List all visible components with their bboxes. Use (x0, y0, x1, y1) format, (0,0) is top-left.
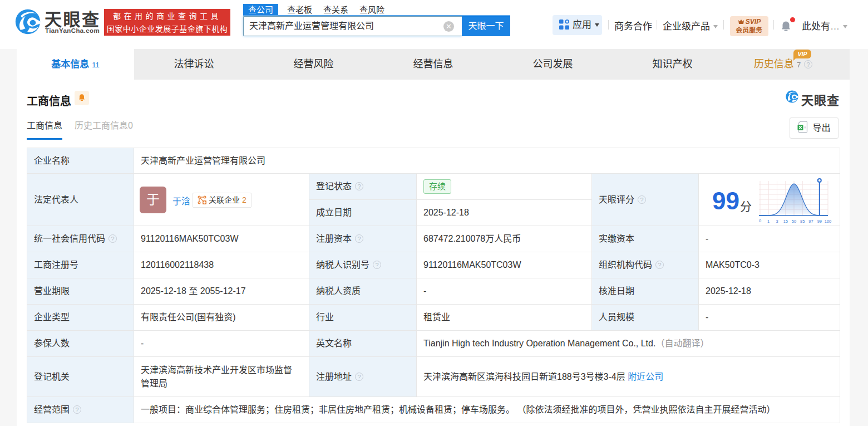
svg-text:97: 97 (808, 219, 813, 224)
svg-text:50: 50 (792, 219, 796, 224)
svg-text:85: 85 (800, 219, 805, 224)
svg-text:100: 100 (825, 219, 832, 224)
svg-text:0: 0 (759, 218, 761, 223)
svg-text:99: 99 (817, 219, 822, 224)
svg-text:3: 3 (776, 219, 778, 224)
svg-text:15: 15 (783, 219, 788, 224)
svg-text:1: 1 (767, 219, 770, 224)
